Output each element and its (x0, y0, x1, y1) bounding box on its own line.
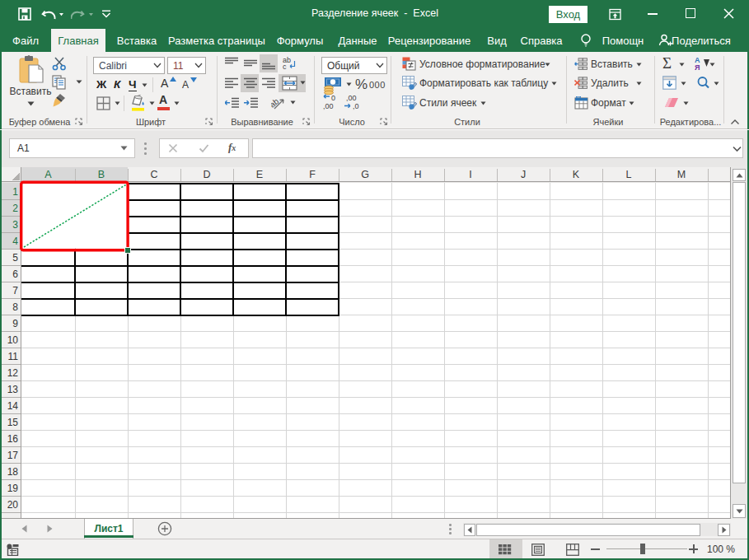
svg-text:10: 10 (7, 334, 19, 346)
svg-text:K: K (573, 169, 580, 180)
svg-text:L: L (626, 169, 632, 180)
svg-text:B: B (98, 169, 105, 180)
svg-text:15: 15 (7, 417, 19, 428)
svg-text:19: 19 (7, 483, 19, 494)
svg-text:0: 0 (331, 94, 335, 102)
svg-text:J: J (521, 169, 526, 180)
svg-text:H: H (414, 169, 421, 180)
svg-text:20: 20 (7, 499, 19, 511)
svg-text:I: I (469, 169, 471, 180)
svg-text:17: 17 (7, 450, 19, 461)
svg-text:M: M (677, 169, 686, 180)
svg-text:F: F (309, 169, 316, 180)
svg-text:4: 4 (12, 236, 18, 247)
svg-text:3: 3 (12, 219, 18, 231)
svg-text:18: 18 (7, 466, 19, 478)
svg-text:13: 13 (7, 384, 19, 395)
svg-text:14: 14 (7, 400, 19, 412)
svg-text:8: 8 (12, 301, 18, 313)
svg-text:G: G (361, 169, 369, 180)
svg-text:7: 7 (12, 285, 18, 296)
svg-text:Я: Я (695, 63, 700, 71)
svg-text:c: c (283, 63, 287, 71)
svg-text:A: A (44, 169, 52, 180)
svg-text:6: 6 (12, 268, 18, 280)
svg-text:5: 5 (12, 252, 18, 264)
svg-text:E: E (256, 169, 263, 180)
svg-text:,00: ,00 (323, 102, 334, 110)
svg-text:12: 12 (7, 367, 19, 379)
svg-text:D: D (203, 169, 210, 180)
svg-text:9: 9 (12, 318, 18, 329)
svg-text:C: C (150, 169, 157, 180)
svg-text:1: 1 (12, 186, 18, 198)
svg-text:2: 2 (12, 203, 18, 214)
svg-text:,00: ,00 (346, 94, 357, 102)
svg-text:11: 11 (8, 351, 19, 362)
svg-text:,0: ,0 (353, 102, 359, 110)
svg-text:16: 16 (7, 433, 19, 445)
